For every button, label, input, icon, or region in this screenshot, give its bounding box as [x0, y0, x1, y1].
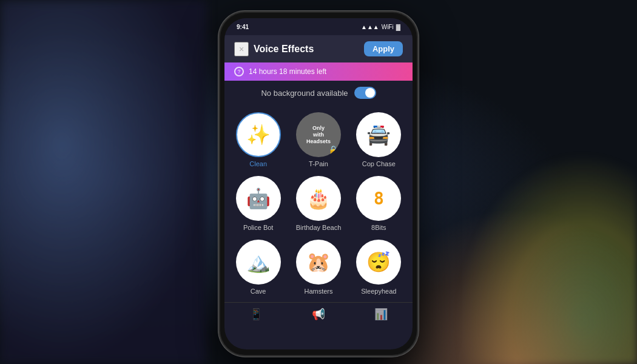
tab-bars[interactable]: 📊 [374, 308, 388, 321]
effect-item-cop-chase[interactable]: 🚔 Cop Chase [351, 112, 406, 167]
effect-circle-sleepyhead: 😴 [356, 240, 401, 285]
apply-button[interactable]: Apply [364, 41, 403, 56]
effect-circle-cop-chase: 🚔 [356, 112, 401, 157]
locked-label-tpain: Only withHeadsets [306, 125, 331, 144]
modal-header: × Voice Effects Apply [224, 35, 413, 62]
timer-banner: ? 14 hours 18 minutes left [224, 62, 413, 81]
effect-name-cop-chase: Cop Chase [362, 160, 396, 167]
modal-title: Voice Effects [254, 44, 314, 55]
effect-item-birthday-beach[interactable]: 🎂 Birthday Beach [291, 176, 346, 231]
effect-circle-hamsters: 🐹 [296, 240, 341, 285]
toggle-thumb [365, 88, 375, 98]
toggle-row: No background available [224, 81, 413, 105]
effect-item-cave[interactable]: 🏔️ Cave [231, 240, 286, 295]
effect-item-sleepyhead[interactable]: 😴 Sleepyhead [351, 240, 406, 295]
effect-name-sleepyhead: Sleepyhead [361, 288, 396, 295]
effect-item-8bits[interactable]: 8 8Bits [351, 176, 406, 231]
status-time: 9:41 [237, 24, 249, 30]
effect-circle-police-bot: 🤖 [236, 176, 281, 221]
effect-item-police-bot[interactable]: 🤖 Police Bot [231, 176, 286, 231]
phone-frame: 9:41 ▲▲▲ WiFi ▓ × Voice Effects Apply ? … [218, 11, 419, 357]
signal-icon: ▲▲▲ [361, 24, 379, 30]
bottom-tabs: 📱 📢 📊 [224, 302, 413, 326]
battery-icon: ▓ [396, 24, 400, 30]
effects-grid: ✨ Clean Only withHeadsets T-Pain 🚔 Cop C… [224, 105, 413, 302]
effect-circle-tpain: Only withHeadsets [296, 112, 341, 157]
tab-keypad[interactable]: 📱 [249, 308, 263, 321]
phone-screen: 9:41 ▲▲▲ WiFi ▓ × Voice Effects Apply ? … [224, 18, 413, 349]
status-icons: ▲▲▲ WiFi ▓ [361, 24, 400, 30]
effect-circle-8bits: 8 [356, 176, 401, 221]
effect-name-birthday-beach: Birthday Beach [296, 224, 342, 231]
tab-megaphone[interactable]: 📢 [312, 308, 325, 321]
effect-name-cave: Cave [251, 288, 266, 295]
effect-circle-birthday-beach: 🎂 [296, 176, 341, 221]
keypad-icon: 📱 [249, 308, 263, 321]
toggle-switch[interactable] [354, 87, 376, 99]
effect-item-clean[interactable]: ✨ Clean [231, 112, 286, 167]
effect-item-hamsters[interactable]: 🐹 Hamsters [291, 240, 346, 295]
effect-circle-clean: ✨ [236, 112, 281, 157]
timer-text: 14 hours 18 minutes left [249, 67, 326, 76]
effect-name-8bits: 8Bits [371, 224, 386, 231]
status-bar: 9:41 ▲▲▲ WiFi ▓ [224, 18, 413, 35]
effect-name-hamsters: Hamsters [304, 288, 332, 295]
effect-name-police-bot: Police Bot [243, 224, 274, 231]
toggle-label: No background available [261, 89, 348, 98]
wifi-icon: WiFi [382, 24, 394, 30]
blur-overlay-left [0, 0, 206, 364]
close-button[interactable]: × [234, 42, 249, 56]
bars-icon: 📊 [374, 308, 388, 321]
phone-wrapper: 9:41 ▲▲▲ WiFi ▓ × Voice Effects Apply ? … [218, 11, 419, 357]
megaphone-icon: 📢 [312, 308, 325, 321]
effect-name-clean: Clean [249, 160, 267, 167]
effect-item-tpain[interactable]: Only withHeadsets T-Pain [291, 112, 346, 167]
effect-circle-cave: 🏔️ [236, 240, 281, 285]
header-left: × Voice Effects [234, 42, 314, 56]
timer-icon: ? [234, 67, 244, 76]
effect-name-tpain: T-Pain [309, 160, 328, 167]
